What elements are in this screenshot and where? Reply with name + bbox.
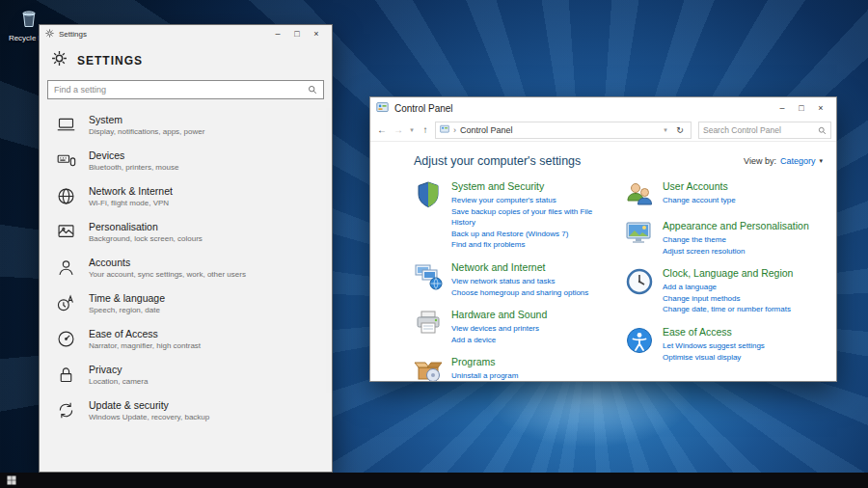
category-link[interactable]: Adjust screen resolution [663, 246, 809, 258]
settings-item-privacy[interactable]: Privacy Location, camera [40, 357, 332, 393]
settings-item-system[interactable]: System Display, notifications, apps, pow… [40, 107, 332, 143]
category-link[interactable]: Add a language [663, 282, 793, 293]
back-button[interactable]: ← [375, 124, 389, 135]
breadcrumb-location-icon [440, 124, 449, 136]
refresh-button[interactable]: ↻ [673, 125, 687, 135]
refresh-arrows-icon [56, 400, 76, 420]
settings-item-subtitle: Narrator, magnifier, high contrast [89, 341, 201, 350]
up-button[interactable]: ↑ [419, 124, 432, 135]
category-link[interactable]: Change account type [663, 195, 736, 206]
system-icon [56, 115, 76, 135]
settings-item-title: Personalisation [89, 221, 203, 232]
clock-language-icon [56, 293, 76, 313]
user-accounts-icon[interactable] [625, 180, 654, 209]
forward-button[interactable]: → [392, 124, 405, 135]
settings-item-title: Update & security [89, 399, 209, 411]
category-title[interactable]: Programs [451, 356, 518, 367]
control-panel-caption-buttons: – □ × [773, 101, 830, 115]
desktop-wallpaper: Recycle Bin Settings – □ × SETTINGS [0, 0, 868, 488]
settings-search-box[interactable] [47, 80, 324, 99]
category-link[interactable]: Back up and Restore (Windows 7) [451, 229, 611, 240]
history-dropdown-icon[interactable]: ▾ [408, 126, 416, 134]
settings-item-accounts[interactable]: Accounts Your account, sync settings, wo… [40, 250, 332, 285]
settings-gear-icon [45, 29, 54, 40]
software-box-icon[interactable] [414, 356, 443, 381]
category-link[interactable]: Change date, time or number formats [663, 304, 793, 315]
settings-item-time-language[interactable]: Time & language Speech, region, date [40, 285, 332, 321]
view-by-control: View by: Category ▾ [744, 156, 823, 166]
settings-item-update-security[interactable]: Update & security Windows Update, recove… [40, 393, 332, 428]
minimize-button[interactable]: – [773, 101, 792, 115]
settings-search-input[interactable] [54, 85, 308, 95]
control-panel-titlebar[interactable]: Control Panel – □ × [370, 97, 836, 119]
category-link[interactable]: Find and fix problems [451, 239, 611, 251]
category-title[interactable]: User Accounts [663, 180, 736, 192]
view-by-caret-icon[interactable]: ▾ [819, 157, 823, 165]
view-by-dropdown[interactable]: Category [780, 156, 816, 166]
taskbar [0, 473, 868, 488]
category-link[interactable]: Uninstall a program [451, 370, 518, 381]
category-link[interactable]: Choose homegroup and sharing options [451, 287, 588, 299]
printer-icon[interactable] [414, 309, 443, 338]
breadcrumb[interactable]: › Control Panel ▾ ↻ [435, 122, 692, 139]
category-title[interactable]: System and Security [451, 180, 611, 192]
settings-window-title: Settings [59, 30, 87, 39]
category-user-accounts: User Accounts Change account type [625, 180, 823, 209]
category-link[interactable]: Optimise visual display [663, 352, 765, 364]
category-ease-of-access: Ease of Access Let Windows suggest setti… [625, 326, 823, 363]
clock-icon[interactable] [625, 267, 654, 296]
category-title[interactable]: Appearance and Personalisation [663, 220, 809, 231]
category-title[interactable]: Ease of Access [663, 326, 765, 338]
control-panel-navbar: ← → ▾ ↑ › Control Panel ▾ ↻ [370, 119, 836, 142]
recycle-bin-icon [17, 15, 41, 32]
maximize-button[interactable]: □ [287, 27, 307, 41]
settings-item-network[interactable]: Network & Internet Wi-Fi, flight mode, V… [40, 178, 332, 214]
settings-item-title: System [89, 114, 204, 125]
settings-item-subtitle: Background, lock screen, colours [89, 234, 203, 243]
category-clock-language-region: Clock, Language and Region Add a languag… [625, 267, 823, 315]
settings-titlebar[interactable]: Settings – □ × [40, 25, 332, 42]
category-link[interactable]: Save backup copies of your files with Fi… [451, 206, 611, 229]
settings-item-list: System Display, notifications, apps, pow… [40, 107, 332, 428]
minimize-button[interactable]: – [268, 27, 287, 41]
control-panel-right-column: User Accounts Change account type Appear… [625, 180, 823, 381]
category-link[interactable]: Let Windows suggest settings [663, 340, 765, 352]
category-link[interactable]: View network status and tasks [451, 276, 588, 287]
settings-item-title: Ease of Access [89, 328, 201, 339]
accessibility-icon[interactable] [625, 326, 654, 355]
settings-window: Settings – □ × SETTINGS S [39, 24, 333, 473]
display-theme-icon[interactable] [625, 220, 654, 249]
breadcrumb-dropdown-icon[interactable]: ▾ [662, 126, 669, 134]
close-button[interactable]: × [811, 101, 830, 115]
settings-caption-buttons: – □ × [268, 27, 326, 41]
settings-item-ease-of-access[interactable]: Ease of Access Narrator, magnifier, high… [40, 321, 332, 357]
category-link[interactable]: View devices and printers [451, 323, 547, 335]
settings-item-devices[interactable]: Devices Bluetooth, printers, mouse [40, 143, 332, 178]
control-panel-search-input[interactable] [703, 125, 818, 135]
category-title[interactable]: Hardware and Sound [451, 309, 547, 320]
control-panel-heading: Adjust your computer's settings [414, 154, 581, 168]
ease-of-access-icon [56, 329, 76, 349]
control-panel-content: Adjust your computer's settings View by:… [370, 142, 836, 381]
maximize-button[interactable]: □ [792, 101, 811, 115]
settings-item-personalisation[interactable]: Personalisation Background, lock screen,… [40, 214, 332, 250]
network-monitors-icon[interactable] [414, 261, 443, 290]
category-title[interactable]: Network and Internet [451, 261, 588, 273]
control-panel-search-box[interactable] [698, 122, 831, 139]
view-by-label: View by: [744, 156, 776, 166]
close-button[interactable]: × [307, 27, 326, 41]
security-shield-icon[interactable] [414, 180, 443, 209]
category-link[interactable]: Change the theme [663, 234, 809, 246]
category-appearance-personalisation: Appearance and Personalisation Change th… [625, 220, 823, 257]
start-button[interactable] [0, 473, 23, 488]
breadcrumb-item[interactable]: Control Panel [460, 125, 513, 135]
category-link[interactable]: Review your computer's status [451, 195, 611, 206]
control-panel-left-column: System and Security Review your computer… [414, 180, 611, 381]
settings-item-title: Time & language [89, 292, 165, 304]
settings-item-subtitle: Wi-Fi, flight mode, VPN [89, 199, 173, 207]
settings-item-subtitle: Your account, sync settings, work, other… [89, 270, 246, 279]
category-title[interactable]: Clock, Language and Region [663, 267, 793, 279]
category-link[interactable]: Change input methods [663, 293, 793, 305]
category-link[interactable]: Add a device [451, 335, 547, 346]
control-panel-app-icon [376, 101, 389, 116]
